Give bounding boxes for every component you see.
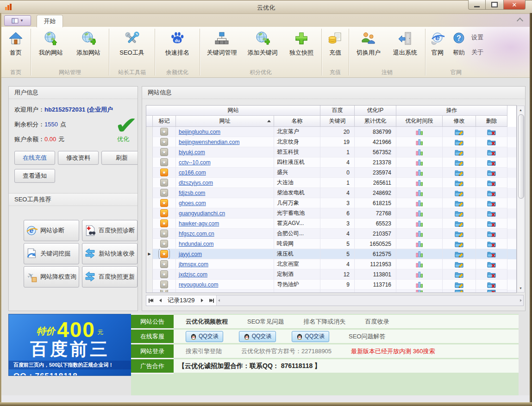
table-row[interactable]: ★ cp166.com 盛兴 0 235974 <box>146 168 516 178</box>
time-range-cell[interactable] <box>396 280 443 290</box>
time-range-cell[interactable] <box>396 290 443 293</box>
modify-cell[interactable] <box>443 259 476 269</box>
site-link[interactable]: cp166.com <box>179 169 206 176</box>
url-cell[interactable]: hawker-agv.com <box>176 219 274 229</box>
site-link[interactable]: reyouguolu.com <box>179 281 218 288</box>
table-row[interactable]: ★ ... <box>146 290 516 293</box>
new-version-notice[interactable]: 最新版本已经开放内测 360搜索 <box>351 347 435 356</box>
mark-cell[interactable]: ★ <box>153 168 176 178</box>
star-icon[interactable]: ★ <box>160 189 168 197</box>
modify-cell[interactable] <box>443 239 476 249</box>
delete-cell[interactable] <box>476 259 507 269</box>
delete-cell[interactable] <box>476 269 507 280</box>
mark-cell[interactable]: ★ <box>153 269 176 280</box>
url-cell[interactable]: biyukj.com <box>176 147 274 157</box>
time-range-cell[interactable] <box>396 127 443 137</box>
seo-answer-link[interactable]: SEO问题解答 <box>349 332 385 341</box>
delete-cell[interactable] <box>476 198 507 208</box>
scroll-up-icon[interactable]: ▲ <box>517 106 524 113</box>
seo-tools-button[interactable]: SEO工具 <box>111 28 153 68</box>
table-row[interactable]: ★ ghoes.com 几何万象 3 618215 <box>146 198 516 208</box>
col-url[interactable]: 网址 <box>176 116 274 127</box>
site-link[interactable]: beijingluohu.com <box>179 129 220 135</box>
time-range-cell[interactable] <box>396 269 443 280</box>
mark-cell[interactable]: ★ <box>153 259 176 269</box>
time-range-cell[interactable] <box>396 178 443 188</box>
delete-cell[interactable] <box>476 280 507 290</box>
site-link[interactable]: ghoes.com <box>179 200 206 206</box>
first-page-button[interactable] <box>146 296 156 305</box>
star-icon[interactable]: ★ <box>160 138 168 146</box>
col-total[interactable]: 累计优化 <box>355 116 396 127</box>
site-link[interactable]: jayyj.com <box>179 251 202 257</box>
tab-start[interactable]: 开始 <box>37 15 63 27</box>
table-row[interactable]: ★ jxdzjsc.com 定制酒 12 113801 <box>146 269 516 280</box>
time-range-cell[interactable] <box>396 188 443 198</box>
table-row[interactable]: ▶ ★ jayyj.com 液压机 5 612575 <box>146 249 516 259</box>
time-range-cell[interactable] <box>396 239 443 249</box>
add-site-button[interactable]: 添加网站 <box>69 28 107 68</box>
modify-cell[interactable] <box>443 198 476 208</box>
exit-system-button[interactable]: 退出系统 <box>387 28 424 68</box>
online-recharge-button[interactable]: 在线充值 <box>14 151 55 165</box>
url-cell[interactable]: ghoes.com <box>176 198 274 208</box>
star-icon[interactable]: ★ <box>160 128 168 136</box>
refresh-button[interactable]: 刷新 <box>101 151 138 165</box>
add-keyword-button[interactable]: 添加关键词 <box>242 28 283 68</box>
time-range-cell[interactable] <box>396 147 443 157</box>
mark-cell[interactable]: ★ <box>153 198 176 208</box>
qq-chat-button[interactable]: QQ交谈 <box>292 331 329 342</box>
star-icon[interactable]: ★ <box>160 270 168 278</box>
url-cell[interactable]: guangyudianchi.cn <box>176 208 274 219</box>
mark-cell[interactable]: ★ <box>153 229 176 239</box>
url-cell[interactable]: jxdzjsc.com <box>176 269 274 280</box>
modify-cell[interactable] <box>443 208 476 219</box>
star-icon[interactable]: ★ <box>160 250 168 258</box>
url-cell[interactable]: dlzszyjys.com <box>176 178 274 188</box>
col-name[interactable]: 名称 <box>274 116 320 127</box>
time-range-cell[interactable] <box>396 219 443 229</box>
modify-cell[interactable] <box>443 249 476 259</box>
mark-cell[interactable]: ★ <box>153 239 176 249</box>
maximize-button[interactable] <box>486 0 503 10</box>
app-menu-button[interactable]: ▼ <box>4 15 31 26</box>
delete-cell[interactable] <box>476 290 507 293</box>
time-range-cell[interactable] <box>396 168 443 178</box>
delete-cell[interactable] <box>476 178 507 188</box>
star-icon[interactable]: ★ <box>160 148 168 156</box>
site-link[interactable]: hfgszc.com.cn <box>179 231 214 237</box>
delete-cell[interactable] <box>476 147 507 157</box>
recharge-button[interactable]: 充值 <box>323 28 347 68</box>
table-row[interactable]: ★ hfgszc.com.cn 合肥公司... 4 210357 <box>146 229 516 239</box>
modify-cell[interactable] <box>443 147 476 157</box>
time-range-cell[interactable] <box>396 198 443 208</box>
star-icon[interactable]: ★ <box>160 260 168 268</box>
star-icon[interactable]: ★ <box>160 158 168 166</box>
delete-cell[interactable] <box>476 168 507 178</box>
scroll-down-icon[interactable]: ▼ <box>517 285 524 292</box>
keyword-dig-button[interactable]: 关键词挖掘 <box>24 243 79 264</box>
delete-cell[interactable] <box>476 219 507 229</box>
url-cell[interactable]: cp166.com <box>176 168 274 178</box>
url-cell[interactable] <box>176 290 274 293</box>
url-cell[interactable]: reyouguolu.com <box>176 280 274 290</box>
mark-cell[interactable]: ★ <box>153 178 176 188</box>
table-row[interactable]: ★ hawker-agv.com 霍克AGV... 3 65523 <box>146 219 516 229</box>
view-notice-button[interactable]: 查看通知 <box>14 169 55 183</box>
standalone-snapshot-button[interactable]: 独立快照 <box>283 28 320 68</box>
site-link[interactable]: fdjzsb.com <box>179 190 205 196</box>
modify-cell[interactable] <box>443 269 476 280</box>
vertical-scrollbar[interactable]: ▲ ▼ <box>517 106 525 293</box>
mark-cell[interactable]: ★ <box>153 219 176 229</box>
mark-cell[interactable]: ★ <box>153 127 176 137</box>
table-row[interactable]: ★ jbmspx.com 北京画室 4 1121953 <box>146 259 516 269</box>
downgrade-check-button[interactable]: ✈ 网站降权查询 <box>24 266 79 287</box>
hscroll-left-icon[interactable] <box>218 299 220 302</box>
snapshot-diagnose-button[interactable]: 百度快照诊断 <box>82 220 138 241</box>
mark-cell[interactable]: ★ <box>153 188 176 198</box>
next-page-button[interactable] <box>198 296 207 305</box>
announcement-link[interactable]: 排名下降或消失 <box>303 318 345 326</box>
url-cell[interactable]: hfgszc.com.cn <box>176 229 274 239</box>
home-button[interactable]: 首页 <box>2 28 29 68</box>
modify-cell[interactable] <box>443 290 476 293</box>
